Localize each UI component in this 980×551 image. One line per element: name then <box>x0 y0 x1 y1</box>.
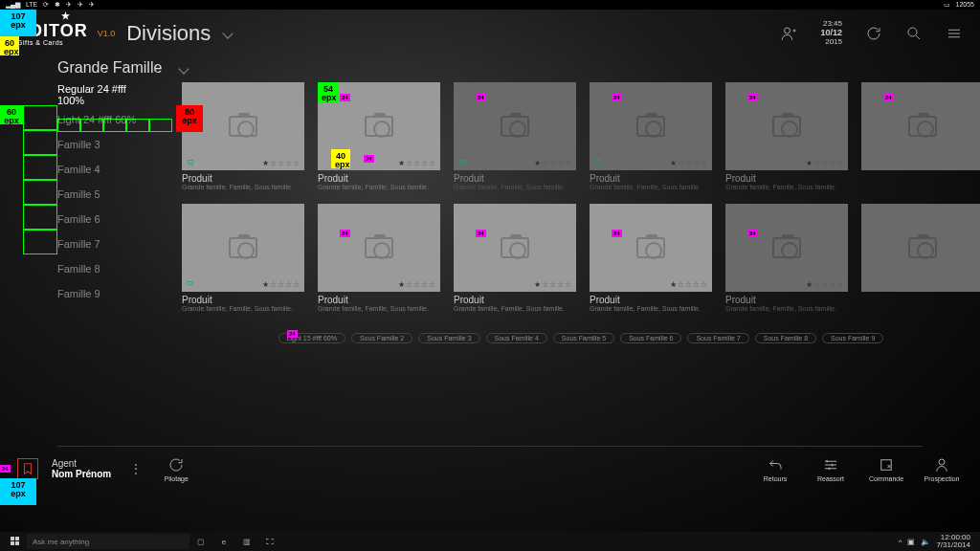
explorer-icon[interactable]: ▥ <box>235 534 258 549</box>
chip-sous-famille-7[interactable]: Sous Famille 7 <box>687 333 748 343</box>
product-card[interactable] <box>861 204 980 312</box>
header-datetime: 23:45 10/12 2015 <box>820 20 842 46</box>
menu-icon[interactable] <box>946 25 963 42</box>
product-card[interactable]: R ★☆☆☆☆ Produit Grande famille, Famille,… <box>725 204 848 312</box>
spec-badge: 107 epx <box>0 10 36 36</box>
product-card[interactable]: R ★☆☆☆☆ Produit Grande famille, Famille,… <box>454 82 576 190</box>
add-user-icon[interactable] <box>780 25 797 42</box>
chip-sous-famille-6[interactable]: Sous Famille 6 <box>620 333 681 343</box>
svg-point-0 <box>785 28 791 33</box>
chip-sous-famille-4[interactable]: Sous Famille 4 <box>486 333 547 343</box>
svg-rect-7 <box>11 537 14 540</box>
chip-sous-famille-2[interactable]: Sous Famille 2 <box>351 333 412 343</box>
product-card[interactable]: ★☆☆☆☆ Produit Grande famille, Famille, S… <box>318 204 440 312</box>
retours-button[interactable]: Retours <box>754 456 796 482</box>
chip-sous-famille-3[interactable]: Sous Famille 3 <box>418 333 479 343</box>
camera-placeholder-icon <box>501 116 529 137</box>
card-subtitle: Grande famille, Famille, Sous famille. <box>725 305 848 312</box>
card-subtitle: Grande famille, Famille, Sous famille. <box>454 184 576 190</box>
sidebar-item-famille-6[interactable]: Famille 6 <box>17 207 153 231</box>
star-rating: ★☆☆☆☆ <box>262 280 301 289</box>
sidebar-item-famille-2[interactable]: Light 24 #fff 60% <box>17 107 153 132</box>
more-menu-icon[interactable]: ⋮ <box>130 462 142 475</box>
product-card[interactable]: ★☆☆☆☆ Produit Grande famille, Famille, S… <box>182 204 304 312</box>
spec-badge: 40 epx <box>331 149 350 168</box>
star-rating: ★☆☆☆☆ <box>670 159 708 167</box>
breadcrumb-divisions[interactable]: Divisions <box>126 21 211 46</box>
cart-icon <box>593 158 603 167</box>
task-view-icon[interactable]: ▢ <box>189 534 212 549</box>
plane-icon: ✈ <box>89 1 95 8</box>
cart-icon <box>186 279 195 289</box>
spec-badge: 54 epx <box>318 82 339 103</box>
card-subtitle: Grande famille, Famille, Sous famille. <box>454 305 576 312</box>
card-subtitle: Grande famille, Famille, Sous famille. <box>182 305 304 312</box>
svg-rect-9 <box>11 541 14 545</box>
sidebar-item-famille-7[interactable]: Famille 7 <box>17 231 153 256</box>
sidebar-item-famille-4[interactable]: Famille 4 <box>17 157 153 182</box>
sidebar-item-famille-9[interactable]: Famille 9 <box>17 281 153 306</box>
pilotage-button[interactable]: Pilotage <box>155 456 197 482</box>
card-subtitle: Grande famille, Famille, Sous famille. <box>318 184 440 190</box>
breadcrumb-family[interactable]: Grande Famille <box>57 59 162 76</box>
tray-up-icon[interactable]: ^ <box>899 538 902 546</box>
camera-placeholder-icon <box>636 237 665 258</box>
windows-taskbar[interactable]: Ask me anything ▢ e ▥ ⛶ ^ ▣ 🔈 12:00:00 7… <box>0 532 980 551</box>
card-subtitle: Grande famille, Famille, Sous famille. <box>182 184 304 190</box>
camera-placeholder-icon <box>365 237 393 258</box>
card-title: Produit <box>725 295 848 305</box>
search-icon[interactable] <box>905 25 923 42</box>
signal-icon: ▂▄▆ <box>6 1 20 8</box>
spec-badge: 24 <box>883 94 894 101</box>
tray-network-icon[interactable]: ▣ <box>907 538 915 546</box>
camera-placeholder-icon <box>908 116 937 137</box>
sidebar-item-famille-1[interactable]: Regular 24 #fff 100% <box>17 82 153 107</box>
chevron-down-icon[interactable] <box>223 28 234 38</box>
spec-badge: 24 <box>340 94 350 101</box>
camera-placeholder-icon <box>501 237 529 258</box>
svg-rect-8 <box>15 537 19 540</box>
card-title: Produit <box>182 295 304 305</box>
camera-placeholder-icon <box>365 116 393 137</box>
product-card[interactable]: ★☆☆☆☆ Produit Grande famille, Famille, S… <box>725 82 848 190</box>
device-status-bar: ▂▄▆ LTE ⟳ ✱ ✈ ✈ ✈ ▭ 12055 <box>0 0 980 10</box>
star-rating: ★☆☆☆☆ <box>806 159 844 167</box>
store-icon[interactable]: ⛶ <box>258 534 281 549</box>
card-subtitle: Grande famille, Famille, Sous famille. <box>318 305 440 312</box>
star-rating: ★☆☆☆☆ <box>534 159 572 167</box>
card-title: Produit <box>182 173 304 184</box>
family-sidebar: Regular 24 #fff 100% Light 24 #fff 60% F… <box>0 82 153 446</box>
product-card[interactable]: ★☆☆☆☆ Produit Grande famille, Famille, S… <box>590 204 712 312</box>
camera-placeholder-icon <box>908 237 937 258</box>
chip-sous-famille-5[interactable]: Sous Famille 5 <box>553 333 614 343</box>
sidebar-item-famille-3[interactable]: Famille 3 <box>17 132 153 157</box>
product-card[interactable]: ★☆☆☆☆ Produit Grande famille, Famille, S… <box>182 82 304 190</box>
refresh-icon[interactable] <box>865 25 882 42</box>
product-card[interactable] <box>861 82 980 190</box>
tray-volume-icon[interactable]: 🔈 <box>921 538 930 546</box>
sidebar-item-famille-8[interactable]: Famille 8 <box>17 256 153 281</box>
chevron-down-icon[interactable] <box>178 63 189 74</box>
spec-badge: 24 <box>364 155 374 163</box>
reassort-button[interactable]: Reassort <box>810 456 852 482</box>
chip-sous-famille-8[interactable]: Sous Famille 8 <box>755 333 816 343</box>
plane-icon: ✈ <box>78 1 83 8</box>
agent-bookmark-icon[interactable] <box>17 458 38 479</box>
product-card[interactable]: ★☆☆☆☆ Produit Grande famille, Famille, S… <box>454 204 576 312</box>
sidebar-item-famille-5[interactable]: Famille 5 <box>17 182 153 207</box>
spec-badge: 24 <box>747 230 758 237</box>
commande-button[interactable]: Commande <box>865 456 907 482</box>
svg-point-6 <box>939 459 945 465</box>
prospection-button[interactable]: Prospection <box>921 456 963 482</box>
star-rating: ★☆☆☆☆ <box>670 280 708 289</box>
card-subtitle: Grande famille, Famille, Sous famille. <box>590 305 712 312</box>
ie-icon[interactable]: e <box>212 534 235 549</box>
product-card[interactable]: 54 epx 40 epx 24 ★☆☆☆☆ Produit Grande fa… <box>318 82 440 190</box>
taskbar-search[interactable]: Ask me anything <box>27 534 189 549</box>
cart-icon <box>186 158 195 167</box>
product-card[interactable]: ★☆☆☆☆ Produit Grande famille, Famille, S… <box>590 82 712 190</box>
start-button[interactable] <box>4 534 27 549</box>
spec-badge: 24 <box>287 330 298 338</box>
taskbar-clock[interactable]: 12:00:00 7/31/2014 <box>936 534 970 549</box>
chip-sous-famille-9[interactable]: Sous Famille 9 <box>822 333 883 343</box>
